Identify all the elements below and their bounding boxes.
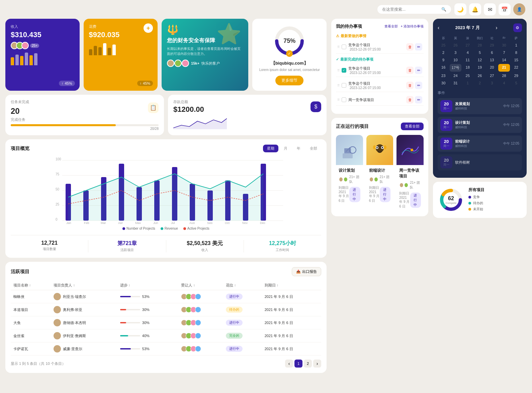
todo-date-2: 2023-12-26 07:15:00 (350, 71, 406, 75)
tab-year[interactable]: 年 (293, 145, 304, 152)
recent-text: 最新完成的待办事项 (340, 57, 373, 62)
cal-day-21-today[interactable]: 21 (498, 64, 510, 72)
cell-name: 大鱼 (11, 316, 51, 329)
cell-status: 进行中 (223, 316, 262, 329)
calendar-icon[interactable]: 📅 (499, 3, 511, 15)
cal-day-29[interactable]: 29 (511, 72, 522, 79)
expense-bar-chart (89, 42, 153, 55)
cal-day-30[interactable]: 30 (438, 80, 449, 86)
cal-day-13[interactable]: 13 (486, 57, 498, 63)
search-box[interactable]: 🔍 (377, 5, 451, 14)
next-page-button[interactable]: › (313, 360, 321, 368)
cal-day-pm-30[interactable]: 30 (498, 42, 510, 49)
left-column: 收入 $310.435 25+ ↑ (5, 19, 327, 373)
cal-day-20[interactable]: 20 (486, 64, 498, 72)
delete-todo-3[interactable]: 🗑 (406, 82, 414, 89)
calendar-prev-button[interactable]: ‹ (438, 25, 439, 31)
tab-month[interactable]: 月 (280, 145, 291, 152)
cal-day-17[interactable]: 17号 (450, 64, 461, 72)
mail-icon[interactable]: ✉ (484, 3, 496, 15)
todo-checkbox-2[interactable]: ✓ (342, 68, 346, 73)
tab-week[interactable]: 星期 (263, 145, 278, 152)
cal-day-16[interactable]: 16 (438, 64, 449, 72)
cal-day-pm-29[interactable]: 29 (486, 42, 498, 49)
edit-todo-3[interactable]: ✏ (415, 82, 422, 89)
cal-day-4[interactable]: 4 (462, 49, 473, 56)
cal-day-2[interactable]: 2 (438, 49, 449, 56)
cal-day-10[interactable]: 10 (450, 57, 461, 63)
cal-day-15[interactable]: 15 (511, 57, 522, 63)
cal-day-pm-26[interactable]: 26 (450, 42, 461, 49)
view-all-link[interactable]: 查看全部 (384, 24, 398, 29)
tab-all[interactable]: 全部 (306, 145, 321, 152)
cal-day-25[interactable]: 25 (462, 72, 473, 79)
cal-day-27[interactable]: 27 (486, 72, 498, 79)
todo-checkbox-4[interactable] (342, 97, 346, 102)
cal-day-26[interactable]: 26 (474, 72, 485, 79)
cal-day-3[interactable]: 3 (450, 49, 461, 56)
edit-todo-1[interactable]: ✏ (415, 43, 422, 51)
cal-day-6[interactable]: 6 (486, 49, 498, 56)
cal-day-14[interactable]: 14 (498, 57, 510, 63)
export-button[interactable]: 📤 出口报告 (292, 267, 321, 276)
delete-todo-1[interactable]: 🗑 (406, 43, 414, 51)
delete-todo-4[interactable]: 🗑 (406, 96, 414, 103)
todo-item-4-actions: 🗑 ✏ (406, 96, 422, 103)
prev-page-button[interactable]: ‹ (285, 360, 293, 368)
cal-day-nm-5[interactable]: 5 (511, 80, 522, 86)
page-2-button[interactable]: 2 (304, 360, 312, 368)
add-todo-link[interactable]: + 添加待办事项 (401, 24, 424, 29)
cal-day-9[interactable]: 9 (438, 57, 449, 63)
page-1-button[interactable]: 1 (294, 360, 302, 368)
cal-day-7[interactable]: 7 (498, 49, 510, 56)
cal-day-24[interactable]: 24 (450, 72, 461, 79)
project-image-2 (366, 135, 393, 165)
edit-todo-2[interactable]: ✏ (415, 67, 422, 74)
user-avatar[interactable]: 👤 (513, 3, 525, 15)
cal-day-28[interactable]: 28 (498, 72, 510, 79)
cal-day-nm-3[interactable]: 3 (486, 80, 498, 86)
svg-text:Feb: Feb (84, 221, 89, 224)
cal-day-23[interactable]: 23 (438, 72, 449, 79)
expense-percent-val: 45% (143, 81, 150, 85)
cal-day-22[interactable]: 22 (511, 64, 522, 72)
cal-day-nm-4[interactable]: 4 (498, 80, 510, 86)
team-avatar-2b (374, 177, 378, 182)
cal-day-nm-1[interactable]: 1 (462, 80, 473, 86)
delete-todo-2[interactable]: 🗑 (406, 67, 414, 74)
cal-day-31[interactable]: 31 (450, 80, 461, 86)
notifications-icon[interactable]: 🔔 (469, 3, 481, 15)
cal-day-pm-27[interactable]: 27 (462, 42, 473, 49)
running-project-1: 设计策划 21+ 团队 到期日 2021 年 9 月 6 日 进行中 (336, 135, 363, 212)
dot-not-started (468, 208, 471, 211)
due-label-3: 到期日 (399, 191, 410, 196)
stat-project-count: 12,721 项目数量 (11, 240, 88, 252)
cal-day-nm-2[interactable]: 2 (474, 80, 485, 86)
legend-dot-projects (122, 227, 125, 230)
due-date-3: 2021 年 9 月 6 日 (399, 196, 410, 209)
cal-day-pm-28[interactable]: 28 (474, 42, 485, 49)
cal-day-19[interactable]: 19 (474, 64, 485, 72)
project-footer-1: 到期日 2021 年 9 月 6 日 进行中 (339, 185, 360, 203)
theme-toggle[interactable]: 🌙 (454, 3, 466, 15)
drag-handle-1: ⠿ (337, 45, 340, 49)
pagination: 显示 1 到 5 条目（共 10 个条目） ‹ 1 2 › (11, 360, 321, 368)
add-expense-button[interactable]: + (144, 23, 153, 33)
search-input[interactable] (382, 7, 439, 12)
edit-todo-4[interactable]: ✏ (415, 96, 422, 103)
more-details-button[interactable]: 更多细节 (275, 76, 303, 85)
cal-day-12[interactable]: 12 (474, 57, 485, 63)
cal-day-8[interactable]: 8 (511, 49, 522, 56)
todo-checkbox-1[interactable] (342, 45, 346, 49)
cal-day-pm-25[interactable]: 25 (438, 42, 449, 49)
todo-text-2: 竞争这个项目 (348, 66, 406, 71)
running-grid: 设计策划 21+ 团队 到期日 2021 年 9 月 6 日 进行中 (336, 135, 424, 212)
calendar-settings-button[interactable]: ⚙ (513, 23, 522, 32)
cal-day-18[interactable]: 18 (462, 64, 473, 72)
cal-day-1[interactable]: 1 (511, 42, 522, 49)
todo-checkbox-3[interactable] (342, 83, 346, 88)
cal-day-11[interactable]: 11 (462, 57, 473, 63)
cal-day-5[interactable]: 5 (474, 49, 485, 56)
view-all-running-button[interactable]: 查看全部 (401, 123, 424, 130)
calendar-next-button[interactable]: › (496, 25, 497, 31)
